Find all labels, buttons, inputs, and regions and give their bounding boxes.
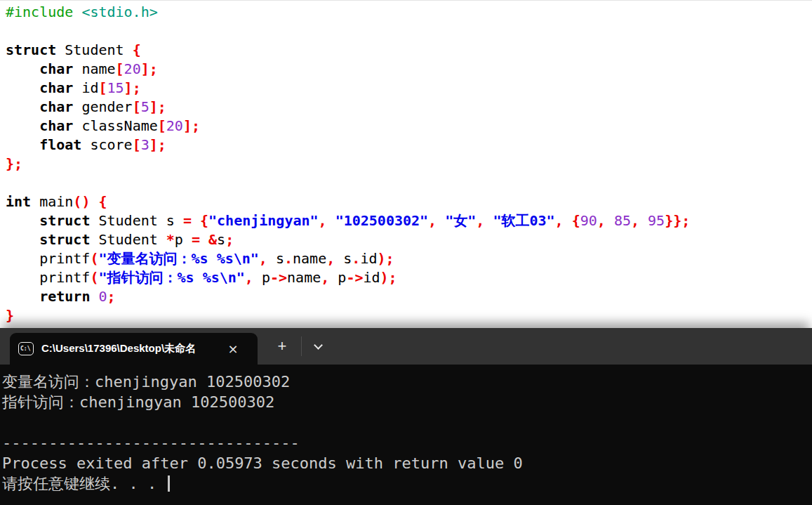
code-token: id — [363, 269, 380, 286]
code-token: , — [259, 250, 267, 267]
terminal-line — [2, 412, 812, 433]
code-token: p — [253, 269, 270, 286]
code-token: -> — [270, 269, 287, 286]
code-token: printf — [6, 250, 90, 267]
code-line: struct Student s = {"chenjingyan", "1025… — [6, 211, 812, 230]
code-token — [6, 117, 39, 134]
code-token: 0 — [98, 288, 107, 305]
code-token: } — [6, 307, 14, 324]
code-token: . — [284, 250, 293, 267]
code-token: ( — [90, 269, 98, 286]
code-token: { — [133, 41, 141, 58]
code-token: 20 — [166, 117, 183, 134]
code-token: = — [192, 231, 200, 248]
code-token: , — [555, 212, 564, 229]
code-token: = — [183, 212, 192, 229]
code-token: * — [166, 231, 175, 248]
code-token: s — [267, 250, 284, 267]
close-icon: × — [227, 341, 238, 356]
terminal-tab[interactable]: C:\ C:\Users\17396\Desktop\未命名 × — [10, 333, 258, 365]
code-token: 95 — [648, 212, 665, 229]
code-line: printf("指针访问：%s %s\n", p->name, p->id); — [6, 268, 812, 287]
cmd-icon: C:\ — [18, 342, 34, 355]
code-token: Student — [56, 41, 132, 58]
code-token: , — [321, 269, 329, 286]
code-token: ]; — [141, 60, 158, 77]
code-token: "变量名访问：%s %s\n" — [98, 250, 258, 267]
code-token: printf — [6, 269, 90, 286]
cmd-icon-text: C:\ — [20, 346, 30, 352]
code-token: [ — [116, 60, 124, 77]
code-token: ; — [225, 231, 234, 248]
code-token: -> — [346, 269, 363, 286]
code-token: char — [39, 117, 73, 134]
code-token: , — [326, 250, 335, 267]
terminal-cursor — [168, 476, 170, 492]
tab-dropdown-button[interactable] — [309, 336, 330, 357]
code-token: { — [98, 193, 107, 210]
code-line: char className[20]; — [6, 117, 812, 136]
code-token: name — [287, 269, 321, 286]
code-token: [ — [158, 117, 166, 134]
code-token: 20 — [124, 60, 141, 77]
code-token: name — [73, 60, 115, 77]
terminal-window: C:\ C:\Users\17396\Desktop\未命名 × + 变量名访问… — [0, 328, 812, 505]
tab-close-button[interactable]: × — [224, 340, 242, 358]
code-token: Student — [90, 231, 166, 248]
code-line — [6, 22, 812, 41]
code-token: score — [81, 136, 132, 153]
code-token: float — [39, 136, 81, 153]
code-token — [484, 212, 493, 229]
code-token: () — [73, 193, 90, 210]
code-token — [6, 288, 39, 305]
code-token: , — [428, 212, 437, 229]
code-token — [90, 193, 98, 210]
code-token: ]; — [149, 98, 166, 115]
code-token: ( — [90, 250, 98, 267]
terminal-output[interactable]: 变量名访问：chenjingyan 102500302指针访问：chenjing… — [0, 365, 812, 505]
code-token: struct — [6, 41, 56, 58]
code-token: [ — [133, 136, 141, 153]
code-token: char — [39, 79, 73, 96]
code-token — [606, 212, 614, 229]
chevron-down-icon — [314, 341, 323, 350]
code-token: Student s — [90, 212, 182, 229]
code-token: "指针访问：%s %s\n" — [98, 269, 244, 286]
code-token — [6, 212, 39, 229]
code-token: return — [39, 288, 90, 305]
code-token: }; — [6, 155, 22, 172]
code-token: 90 — [580, 212, 597, 229]
code-token: 3 — [141, 136, 149, 153]
tab-bar-divider — [301, 336, 302, 356]
code-token: [ — [98, 79, 107, 96]
code-token: , — [476, 212, 484, 229]
code-token: struct — [39, 212, 90, 229]
code-line — [6, 173, 812, 192]
code-token: s — [217, 231, 225, 248]
code-token: 15 — [107, 79, 124, 96]
code-token: "女" — [445, 212, 476, 229]
code-token — [639, 212, 648, 229]
code-line: char id[15]; — [6, 79, 812, 98]
code-token: name — [293, 250, 326, 267]
terminal-tab-bar: C:\ C:\Users\17396\Desktop\未命名 × + — [0, 328, 812, 365]
new-tab-button[interactable]: + — [272, 336, 293, 357]
code-token: <stdio.h> — [81, 4, 157, 20]
code-token: "软工03" — [493, 212, 554, 229]
code-line: struct Student { — [6, 41, 812, 60]
code-token — [6, 98, 39, 115]
code-line: struct Student *p = &s; — [6, 230, 812, 249]
terminal-line: 指针访问：chenjingyan 102500302 — [2, 392, 812, 412]
code-editor[interactable]: #include <stdio.h> struct Student { char… — [0, 0, 812, 328]
code-token — [327, 212, 335, 229]
code-token — [564, 212, 572, 229]
code-token — [6, 79, 39, 96]
code-token: "102500302" — [335, 212, 428, 229]
code-token: int — [6, 193, 31, 210]
code-token — [6, 231, 39, 248]
code-line: printf("变量名访问：%s %s\n", s.name, s.id); — [6, 249, 812, 268]
code-token: char — [39, 60, 73, 77]
code-token: className — [73, 117, 157, 134]
code-token: , — [597, 212, 606, 229]
code-token: main — [31, 193, 73, 210]
